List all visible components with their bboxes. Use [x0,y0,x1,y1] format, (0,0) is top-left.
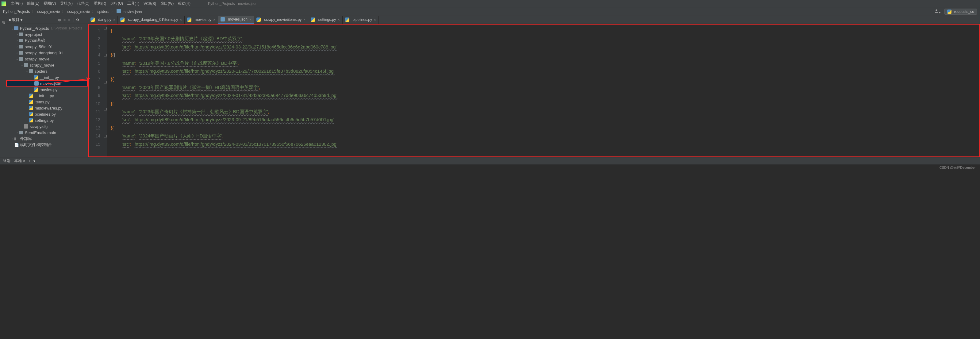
menu-window[interactable]: 窗口(W) [158,1,176,6]
tree-row-middlewares.py[interactable]: middlewares.py [6,105,88,111]
terminal-tab-local[interactable]: 本地 × [14,158,25,164]
close-icon[interactable]: × [180,18,182,21]
tree-label: myproject [25,32,42,37]
tree-row-__init__.py[interactable]: __init__.py [6,74,88,80]
tree-row-spiders[interactable]: spiders [6,68,88,74]
editor-tab[interactable]: scrapy_movie\items.py× [254,16,308,24]
code-content[interactable]: { 'name': '2023年美国7.0分剧情历史片《起源》BD中英双字', … [107,25,979,156]
editor-tab[interactable]: scrapy_dangdang_01\items.py× [118,16,185,24]
tree-label: spiders [35,69,48,74]
menu-code[interactable]: 代码(C) [75,1,92,6]
gutter: 123456789101112131415 [89,25,103,156]
breadcrumb: Python_Projects〉 scrapy_movie〉 scrapy_mo… [3,9,142,14]
gear-icon[interactable]: ✿ [76,18,79,22]
terminal-dropdown-icon[interactable]: ▾ [33,159,35,163]
app-icon [1,1,6,6]
editor-tab[interactable]: movies.py× [185,16,218,24]
tree-arrow-icon[interactable] [15,45,19,48]
close-icon[interactable]: × [303,18,305,21]
tree-row-scrapy.cfg[interactable]: scrapy.cfg [6,123,88,129]
menu-view[interactable]: 视图(V) [41,1,58,6]
menu-vcs[interactable]: VCS(S) [142,2,158,6]
svg-point-0 [935,10,937,11]
tree-row-scrapy_movie[interactable]: scrapy_movie [6,56,88,62]
close-icon[interactable]: × [113,18,115,21]
config-file-icon [24,124,28,129]
tree-arrow-icon[interactable] [15,131,19,134]
tree-arrow-icon[interactable] [15,39,19,42]
tree-row-临时文件和控制台[interactable]: 📄临时文件和控制台 [6,142,88,148]
divider: | [73,18,74,22]
tree-row-scrapy_58tc_01[interactable]: scrapy_58tc_01 [6,43,88,50]
project-panel: ■ 项目 ▾ ⊕ ≡ ≡ | ✿ — Python_ProjectsD:\Pyt… [6,16,88,157]
menu-refactor[interactable]: 重构(R) [92,1,108,6]
close-icon[interactable]: × [338,18,340,21]
tree-label: pipelines.py [35,112,56,116]
tree-row-__init__.py[interactable]: __init__.py [6,93,88,99]
menu-edit[interactable]: 编辑(E) [25,1,41,6]
code-editor[interactable]: 123456789101112131415 { 'name': '2023年美国… [88,24,980,157]
tree-arrow-icon[interactable] [10,27,14,30]
tree-row-movies.py[interactable]: movies.py [6,86,88,93]
user-icon[interactable]: ▾ [934,9,941,14]
breadcrumb-item[interactable]: Python_Projects [3,10,30,14]
tool-window-strip[interactable]: 项 [0,16,6,157]
tree-row-pipelines.py[interactable]: pipelines.py [6,111,88,117]
tree-row-scrapy_dangdang_01[interactable]: scrapy_dangdang_01 [6,50,88,56]
breadcrumb-item[interactable]: scrapy_movie [67,10,90,14]
tab-label: scrapy_movie\items.py [264,18,302,22]
python-file-icon [345,18,349,22]
close-icon[interactable]: × [374,18,376,21]
tree-row-items.py[interactable]: items.py [6,99,88,105]
menu-file[interactable]: 文件(F) [9,1,25,6]
folder-icon [19,39,23,42]
menu-run[interactable]: 运行(U) [108,1,125,6]
tree-label: scrapy.cfg [30,124,48,129]
tree-arrow-icon[interactable] [20,64,24,67]
tree-arrow-icon[interactable] [25,70,29,73]
tree-row-Python_Projects[interactable]: Python_ProjectsD:\Python_Projects [6,25,88,31]
python-file-icon [311,18,315,22]
tree-row-settings.py[interactable]: settings.py [6,117,88,123]
tree-arrow-icon[interactable] [15,57,19,61]
breadcrumb-item[interactable]: scrapy_movie [37,10,60,14]
add-terminal-icon[interactable]: + [28,159,30,163]
editor-tabs: dang.py×scrapy_dangdang_01\items.py×movi… [88,16,980,24]
menu-tools[interactable]: 工具(T) [125,1,142,6]
tree-row-movies.json[interactable]: movies.json [6,80,88,86]
project-tree[interactable]: Python_ProjectsD:\Python_Projectsmyproje… [6,24,88,149]
tree-label: Python_Projects [20,26,49,31]
breadcrumb-item[interactable]: spiders [97,10,109,14]
editor-tab[interactable]: movies.json× [218,16,254,24]
breadcrumb-item[interactable]: movies.json [116,9,142,14]
menu-help[interactable]: 帮助(H) [176,1,192,6]
tree-label: scrapy_movie [30,63,54,67]
hide-icon[interactable]: — [81,18,85,22]
tree-arrow-icon[interactable] [15,51,19,55]
editor-tab[interactable]: dang.py× [88,16,118,24]
close-icon[interactable]: × [23,159,25,163]
locate-icon[interactable]: ⊕ [58,18,61,22]
editor-tab[interactable]: settings.py× [308,16,343,24]
tree-row-Python基础[interactable]: Python基础 [6,37,88,43]
tree-hint: D:\Python_Projects [51,26,83,30]
tree-row-myproject[interactable]: myproject [6,31,88,37]
tree-row-外部库[interactable]: ⫴外部库 [6,135,88,142]
tree-label: SendEmails-main [25,131,56,135]
status-bar: CSDN @光仔December [0,164,980,170]
close-icon[interactable]: × [249,18,251,21]
editor-tab[interactable]: pipelines.py× [343,16,379,24]
python-file-icon [29,112,33,116]
tab-label: settings.py [318,18,336,22]
close-icon[interactable]: × [213,18,215,21]
tree-row-scrapy_movie[interactable]: scrapy_movie [6,62,88,68]
tree-arrow-icon[interactable] [10,137,14,140]
fold-column[interactable] [103,25,107,156]
tree-label: settings.py [35,118,54,123]
expand-icon[interactable]: ≡ [64,18,66,22]
tree-row-SendEmails-main[interactable]: SendEmails-main [6,129,88,135]
tree-arrow-icon[interactable] [15,33,19,36]
run-config-selector[interactable]: requests_co [944,9,977,15]
menu-navigate[interactable]: 导航(N) [58,1,75,6]
collapse-icon[interactable]: ≡ [68,18,70,22]
